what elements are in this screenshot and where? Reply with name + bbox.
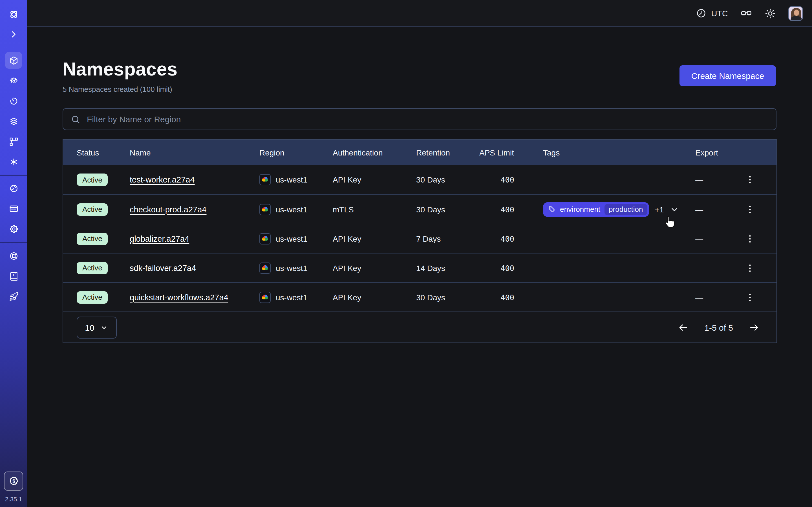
tag-more-count: +1 <box>655 205 664 214</box>
aps-limit-value: 400 <box>479 175 543 184</box>
col-name: Name <box>130 148 259 157</box>
row-actions-menu[interactable] <box>743 231 757 246</box>
gcp-cloud-icon <box>259 262 271 274</box>
sidebar-bottom: $ 2.35.1 <box>4 471 23 507</box>
retention-value: 7 Days <box>416 234 479 243</box>
chevron-down-icon[interactable] <box>669 204 679 214</box>
svg-text:$: $ <box>12 478 15 484</box>
sidebar-item-rocket[interactable] <box>5 288 22 305</box>
sidebar-item-branch[interactable] <box>5 133 22 150</box>
status-badge: Active <box>77 203 108 216</box>
col-authentication: Authentication <box>333 148 416 157</box>
chevron-down-icon <box>100 323 109 332</box>
prev-page-arrow-icon[interactable] <box>675 320 691 335</box>
row-actions-menu[interactable] <box>743 202 757 217</box>
sidebar-divider <box>0 242 27 243</box>
table-header: Status Name Region Authentication Retent… <box>63 140 776 165</box>
search-icon <box>70 114 81 124</box>
gcp-cloud-icon <box>259 291 271 303</box>
auth-value: API Key <box>333 293 416 302</box>
app-version: 2.35.1 <box>5 496 22 503</box>
namespace-link[interactable]: checkout-prod.a27a4 <box>130 205 207 214</box>
sidebar-item-gauge[interactable] <box>5 180 22 197</box>
row-actions-menu[interactable] <box>743 261 757 275</box>
export-value: — <box>695 175 703 184</box>
auth-value: API Key <box>333 263 416 272</box>
col-retention: Retention <box>416 148 479 157</box>
sun-theme-icon[interactable] <box>765 8 776 19</box>
sidebar-item-life-buoy[interactable] <box>5 247 22 264</box>
row-actions-menu[interactable] <box>743 290 757 304</box>
sidebar-item-book-sparkle[interactable] <box>5 268 22 284</box>
page-size-select[interactable]: 10 <box>77 316 117 338</box>
export-value: — <box>695 263 703 272</box>
status-badge: Active <box>77 291 108 303</box>
aps-limit-value: 400 <box>479 205 543 214</box>
page-size-value: 10 <box>85 323 94 332</box>
timezone-selector[interactable]: UTC <box>696 8 728 18</box>
namespaces-table: Status Name Region Authentication Retent… <box>63 139 777 343</box>
region-label: us-west1 <box>276 234 307 243</box>
retention-value: 30 Days <box>416 205 479 214</box>
filter-bar <box>63 108 776 130</box>
export-value: — <box>695 293 703 302</box>
sidebar-item-layers[interactable] <box>5 113 22 129</box>
app-root: $ 2.35.1 UTC <box>0 0 812 507</box>
auth-value: mTLS <box>333 205 416 214</box>
next-page-arrow-icon[interactable] <box>747 320 762 335</box>
aps-limit-value: 400 <box>479 293 543 302</box>
sidebar: $ 2.35.1 <box>0 0 27 507</box>
main-content: Namespaces 5 Namespaces created (100 lim… <box>27 27 812 507</box>
gcp-cloud-icon <box>259 233 271 244</box>
sidebar-item-gear[interactable] <box>5 221 22 237</box>
export-value: — <box>695 234 703 243</box>
user-avatar[interactable] <box>788 6 803 20</box>
region-label: us-west1 <box>276 205 307 214</box>
export-value: — <box>695 205 703 214</box>
namespace-link[interactable]: sdk-failover.a27a4 <box>130 263 196 272</box>
gcp-cloud-icon <box>259 174 271 185</box>
namespace-link[interactable]: quickstart-workflows.a27a4 <box>130 293 229 302</box>
col-tags: Tags <box>543 148 695 157</box>
sidebar-item-cube[interactable] <box>5 52 22 69</box>
sidebar-item-credit-card[interactable] <box>5 200 22 217</box>
sidebar-item-spiral[interactable] <box>5 72 22 89</box>
retention-value: 30 Days <box>416 175 479 184</box>
retention-value: 14 Days <box>416 263 479 272</box>
col-status: Status <box>77 148 130 157</box>
temporal-logo-icon[interactable] <box>5 6 22 22</box>
pagination-range-label: 1-5 of 5 <box>701 323 737 332</box>
region-label: us-west1 <box>276 293 307 302</box>
status-badge: Active <box>77 262 108 274</box>
tag-icon <box>548 205 556 213</box>
timezone-label: UTC <box>711 9 728 18</box>
filter-input[interactable] <box>81 109 776 129</box>
clock-icon <box>696 8 707 18</box>
page-subtitle: 5 Namespaces created (100 limit) <box>63 85 172 94</box>
namespace-link[interactable]: test-worker.a27a4 <box>130 175 195 184</box>
money-badge-icon[interactable]: $ <box>4 471 23 491</box>
tag-pill[interactable]: environment production <box>543 202 649 217</box>
table-row: Active quickstart-workflows.a27a4 us-wes… <box>63 282 776 312</box>
region-label: us-west1 <box>276 175 307 184</box>
create-namespace-button[interactable]: Create Namespace <box>679 65 776 86</box>
sidebar-item-asterisk[interactable] <box>5 153 22 170</box>
col-export: Export <box>695 148 776 157</box>
retention-value: 30 Days <box>416 293 479 302</box>
table-body: Active test-worker.a27a4 us-west1 API Ke… <box>63 165 776 312</box>
status-badge: Active <box>77 173 108 186</box>
sidebar-item-timer[interactable] <box>5 93 22 109</box>
aps-limit-value: 400 <box>479 234 543 243</box>
tag-value: production <box>604 204 647 215</box>
namespace-link[interactable]: globalizer.a27a4 <box>130 234 189 243</box>
chevron-right-icon[interactable] <box>5 26 22 43</box>
table-row: Active globalizer.a27a4 us-west1 API Key… <box>63 224 776 253</box>
auth-value: API Key <box>333 175 416 184</box>
aps-limit-value: 400 <box>479 263 543 272</box>
tag-key: environment <box>560 205 600 214</box>
status-badge: Active <box>77 232 108 245</box>
row-actions-menu[interactable] <box>743 172 757 187</box>
auth-value: API Key <box>333 234 416 243</box>
glasses-icon[interactable] <box>741 7 752 19</box>
table-row: Active sdk-failover.a27a4 us-west1 API K… <box>63 253 776 282</box>
